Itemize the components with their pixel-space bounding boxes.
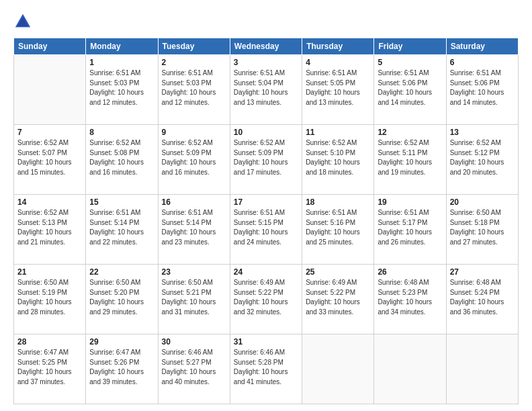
day-number: 27 xyxy=(450,267,515,277)
day-info: Sunrise: 6:51 AM Sunset: 5:04 PM Dayligh… xyxy=(234,68,298,107)
day-number: 28 xyxy=(17,337,82,347)
calendar-cell: 4Sunrise: 6:51 AM Sunset: 5:05 PM Daylig… xyxy=(302,55,374,125)
day-number: 2 xyxy=(162,58,226,67)
day-number: 12 xyxy=(378,128,442,137)
calendar-cell: 27Sunrise: 6:48 AM Sunset: 5:24 PM Dayli… xyxy=(446,265,518,334)
day-info: Sunrise: 6:52 AM Sunset: 5:11 PM Dayligh… xyxy=(378,138,442,177)
day-info: Sunrise: 6:52 AM Sunset: 5:13 PM Dayligh… xyxy=(17,208,82,247)
day-info: Sunrise: 6:52 AM Sunset: 5:07 PM Dayligh… xyxy=(17,138,82,177)
weekday-header: Wednesday xyxy=(230,38,302,55)
day-number: 20 xyxy=(450,197,515,207)
day-number: 18 xyxy=(306,197,370,207)
day-info: Sunrise: 6:51 AM Sunset: 5:14 PM Dayligh… xyxy=(89,208,154,247)
calendar-cell: 10Sunrise: 6:52 AM Sunset: 5:09 PM Dayli… xyxy=(230,125,302,195)
calendar-cell: 17Sunrise: 6:51 AM Sunset: 5:15 PM Dayli… xyxy=(230,195,302,265)
logo-icon xyxy=(13,12,32,31)
calendar-cell: 23Sunrise: 6:50 AM Sunset: 5:21 PM Dayli… xyxy=(158,265,230,334)
day-info: Sunrise: 6:51 AM Sunset: 5:03 PM Dayligh… xyxy=(162,68,226,107)
calendar-cell: 25Sunrise: 6:49 AM Sunset: 5:22 PM Dayli… xyxy=(302,265,374,334)
day-info: Sunrise: 6:51 AM Sunset: 5:15 PM Dayligh… xyxy=(234,208,298,247)
day-info: Sunrise: 6:46 AM Sunset: 5:28 PM Dayligh… xyxy=(234,348,298,387)
day-info: Sunrise: 6:47 AM Sunset: 5:26 PM Dayligh… xyxy=(89,348,154,387)
calendar-week-row: 7Sunrise: 6:52 AM Sunset: 5:07 PM Daylig… xyxy=(14,125,519,195)
calendar-cell: 16Sunrise: 6:51 AM Sunset: 5:14 PM Dayli… xyxy=(158,195,230,265)
day-info: Sunrise: 6:50 AM Sunset: 5:20 PM Dayligh… xyxy=(89,278,154,317)
logo xyxy=(13,12,35,31)
calendar-cell: 30Sunrise: 6:46 AM Sunset: 5:27 PM Dayli… xyxy=(158,334,230,404)
calendar-cell: 13Sunrise: 6:52 AM Sunset: 5:12 PM Dayli… xyxy=(446,125,518,195)
day-info: Sunrise: 6:47 AM Sunset: 5:25 PM Dayligh… xyxy=(17,348,82,387)
calendar-cell: 8Sunrise: 6:52 AM Sunset: 5:08 PM Daylig… xyxy=(86,125,158,195)
day-number: 11 xyxy=(306,128,370,137)
day-info: Sunrise: 6:51 AM Sunset: 5:06 PM Dayligh… xyxy=(378,68,442,107)
day-info: Sunrise: 6:51 AM Sunset: 5:06 PM Dayligh… xyxy=(450,68,515,107)
day-number: 1 xyxy=(89,58,154,67)
day-number: 14 xyxy=(17,197,82,207)
day-info: Sunrise: 6:50 AM Sunset: 5:18 PM Dayligh… xyxy=(450,208,515,247)
calendar-cell: 26Sunrise: 6:48 AM Sunset: 5:23 PM Dayli… xyxy=(374,265,446,334)
calendar-cell xyxy=(14,55,86,125)
day-info: Sunrise: 6:51 AM Sunset: 5:16 PM Dayligh… xyxy=(306,208,370,247)
day-number: 23 xyxy=(162,267,226,277)
calendar-cell xyxy=(302,334,374,404)
day-info: Sunrise: 6:51 AM Sunset: 5:05 PM Dayligh… xyxy=(306,68,370,107)
calendar-cell: 15Sunrise: 6:51 AM Sunset: 5:14 PM Dayli… xyxy=(86,195,158,265)
day-number: 22 xyxy=(89,267,154,277)
calendar-cell xyxy=(374,334,446,404)
day-number: 15 xyxy=(89,197,154,207)
weekday-header: Monday xyxy=(86,38,158,55)
day-number: 5 xyxy=(378,58,442,67)
weekday-header: Thursday xyxy=(302,38,374,55)
day-number: 29 xyxy=(89,337,154,347)
page: SundayMondayTuesdayWednesdayThursdayFrid… xyxy=(0,0,532,411)
day-info: Sunrise: 6:52 AM Sunset: 5:12 PM Dayligh… xyxy=(450,138,515,177)
day-info: Sunrise: 6:52 AM Sunset: 5:09 PM Dayligh… xyxy=(162,138,226,177)
day-info: Sunrise: 6:51 AM Sunset: 5:03 PM Dayligh… xyxy=(89,68,154,107)
calendar-cell: 14Sunrise: 6:52 AM Sunset: 5:13 PM Dayli… xyxy=(14,195,86,265)
day-info: Sunrise: 6:52 AM Sunset: 5:10 PM Dayligh… xyxy=(306,138,370,177)
calendar-cell: 21Sunrise: 6:50 AM Sunset: 5:19 PM Dayli… xyxy=(14,265,86,334)
calendar-cell: 29Sunrise: 6:47 AM Sunset: 5:26 PM Dayli… xyxy=(86,334,158,404)
calendar-cell xyxy=(446,334,518,404)
weekday-header: Friday xyxy=(374,38,446,55)
calendar-header-row: SundayMondayTuesdayWednesdayThursdayFrid… xyxy=(14,38,519,55)
calendar-cell: 9Sunrise: 6:52 AM Sunset: 5:09 PM Daylig… xyxy=(158,125,230,195)
day-info: Sunrise: 6:51 AM Sunset: 5:14 PM Dayligh… xyxy=(162,208,226,247)
day-info: Sunrise: 6:52 AM Sunset: 5:08 PM Dayligh… xyxy=(89,138,154,177)
day-number: 9 xyxy=(162,128,226,137)
day-info: Sunrise: 6:50 AM Sunset: 5:21 PM Dayligh… xyxy=(162,278,226,317)
day-info: Sunrise: 6:52 AM Sunset: 5:09 PM Dayligh… xyxy=(234,138,298,177)
day-number: 4 xyxy=(306,58,370,67)
day-number: 7 xyxy=(17,128,82,137)
calendar-cell: 28Sunrise: 6:47 AM Sunset: 5:25 PM Dayli… xyxy=(14,334,86,404)
calendar-cell: 5Sunrise: 6:51 AM Sunset: 5:06 PM Daylig… xyxy=(374,55,446,125)
day-info: Sunrise: 6:50 AM Sunset: 5:19 PM Dayligh… xyxy=(17,278,82,317)
day-info: Sunrise: 6:48 AM Sunset: 5:24 PM Dayligh… xyxy=(450,278,515,317)
day-info: Sunrise: 6:46 AM Sunset: 5:27 PM Dayligh… xyxy=(162,348,226,387)
calendar-week-row: 14Sunrise: 6:52 AM Sunset: 5:13 PM Dayli… xyxy=(14,195,519,265)
day-number: 10 xyxy=(234,128,298,137)
calendar-cell: 22Sunrise: 6:50 AM Sunset: 5:20 PM Dayli… xyxy=(86,265,158,334)
day-number: 3 xyxy=(234,58,298,67)
day-info: Sunrise: 6:51 AM Sunset: 5:17 PM Dayligh… xyxy=(378,208,442,247)
day-number: 16 xyxy=(162,197,226,207)
day-info: Sunrise: 6:49 AM Sunset: 5:22 PM Dayligh… xyxy=(234,278,298,317)
day-number: 13 xyxy=(450,128,515,137)
calendar-cell: 12Sunrise: 6:52 AM Sunset: 5:11 PM Dayli… xyxy=(374,125,446,195)
calendar-cell: 2Sunrise: 6:51 AM Sunset: 5:03 PM Daylig… xyxy=(158,55,230,125)
weekday-header: Sunday xyxy=(14,38,86,55)
calendar-cell: 24Sunrise: 6:49 AM Sunset: 5:22 PM Dayli… xyxy=(230,265,302,334)
calendar-cell: 11Sunrise: 6:52 AM Sunset: 5:10 PM Dayli… xyxy=(302,125,374,195)
calendar-cell: 1Sunrise: 6:51 AM Sunset: 5:03 PM Daylig… xyxy=(86,55,158,125)
header xyxy=(13,12,519,31)
calendar-cell: 7Sunrise: 6:52 AM Sunset: 5:07 PM Daylig… xyxy=(14,125,86,195)
calendar-cell: 3Sunrise: 6:51 AM Sunset: 5:04 PM Daylig… xyxy=(230,55,302,125)
calendar-week-row: 28Sunrise: 6:47 AM Sunset: 5:25 PM Dayli… xyxy=(14,334,519,404)
calendar-cell: 19Sunrise: 6:51 AM Sunset: 5:17 PM Dayli… xyxy=(374,195,446,265)
calendar-cell: 18Sunrise: 6:51 AM Sunset: 5:16 PM Dayli… xyxy=(302,195,374,265)
weekday-header: Tuesday xyxy=(158,38,230,55)
day-number: 8 xyxy=(89,128,154,137)
day-number: 31 xyxy=(234,337,298,347)
calendar-cell: 6Sunrise: 6:51 AM Sunset: 5:06 PM Daylig… xyxy=(446,55,518,125)
day-number: 25 xyxy=(306,267,370,277)
